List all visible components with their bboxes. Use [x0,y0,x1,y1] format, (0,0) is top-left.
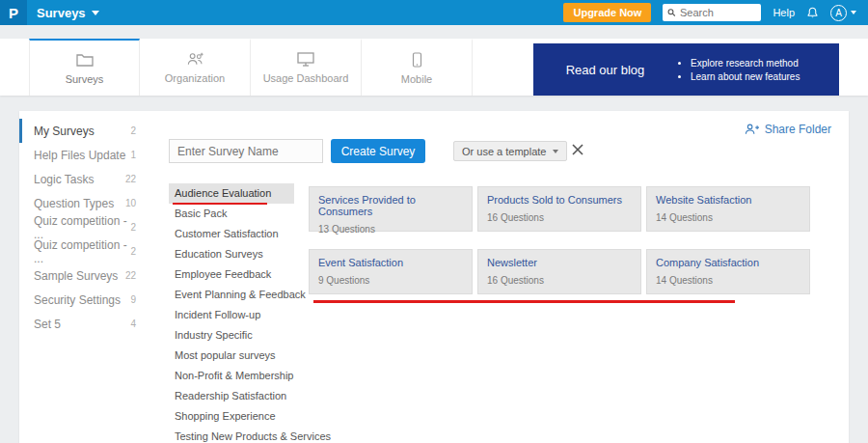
folder-count: 9 [130,294,136,305]
template-title: Company Satisfaction [656,257,800,268]
template-card-event-satisfaction[interactable]: Event Satisfaction 9 Questions [309,249,473,294]
account-menu[interactable]: A [830,5,856,21]
category-label: Event Planning & Feedback [175,289,306,300]
category-label: Education Surveys [175,248,263,260]
sidebar-item-quiz-competition-1[interactable]: Quiz competition - ... 2 [19,215,148,239]
tab-surveys[interactable]: Surveys [29,39,140,96]
sidebar-item-sample-surveys[interactable]: Sample Surveys 22 [19,263,148,288]
category-label: Industry Specific [175,329,253,341]
folder-name: Logic Tasks [34,173,94,186]
folder-count: 4 [130,318,136,329]
category-shopping-experience[interactable]: Shopping Experience [169,406,294,427]
folder-name: Set 5 [34,318,61,331]
folder-count: 2 [130,125,136,136]
folder-name: My Surveys [34,125,95,138]
category-event-planning-feedback[interactable]: Event Planning & Feedback [169,285,294,305]
template-question-count: 14 Questions [656,212,800,223]
category-employee-feedback[interactable]: Employee Feedback [169,264,294,285]
template-dropdown-label: Or use a template [462,146,546,157]
folder-name: Sample Surveys [34,269,118,283]
template-question-count: 14 Questions [656,275,800,286]
template-title: Products Sold to Consumers [487,194,632,206]
category-label: Non-Profit & Membership [175,370,294,381]
category-incident-follow-up[interactable]: Incident Follow-up [169,305,294,325]
tab-label: Mobile [401,73,432,85]
sidebar-item-my-surveys[interactable]: My Surveys 2 [19,119,148,143]
app-logo[interactable]: P [0,0,27,25]
category-most-popular-surveys[interactable]: Most popular surveys [169,346,294,366]
folder-name: Quiz competition - ... [34,214,130,241]
person-plus-icon [745,124,759,135]
tab-organization[interactable]: Organization [140,39,251,96]
folder-count: 22 [125,270,136,281]
topbar-right: Upgrade Now Help A [563,3,868,22]
template-card-company-satisfaction[interactable]: Company Satisfaction 14 Questions [646,249,810,294]
sidebar-item-quiz-competition-2[interactable]: Quiz competition - ... 2 [19,239,148,263]
category-industry-specific[interactable]: Industry Specific [169,325,294,346]
survey-name-input[interactable] [169,139,323,163]
category-education-surveys[interactable]: Education Surveys [169,244,294,264]
folder-name: Help Files Update [34,149,125,162]
template-question-count: 13 Questions [318,224,463,235]
tab-label: Surveys [66,73,104,85]
app-switcher[interactable]: Surveys [37,6,99,20]
folder-name: Security Settings [34,293,121,307]
category-label: Basic Pack [175,208,227,219]
template-card-products-sold-to-consumers[interactable]: Products Sold to Consumers 16 Questions [477,186,641,232]
template-title: Newsletter [487,257,632,268]
template-card-newsletter[interactable]: Newsletter 16 Questions [477,249,641,294]
tab-label: Usage Dashboard [263,72,349,84]
upgrade-now-button[interactable]: Upgrade Now [563,3,651,22]
category-label: Customer Satisfaction [175,228,279,239]
search-input[interactable] [680,7,756,18]
monitor-icon [297,52,314,67]
search-box[interactable] [663,4,761,21]
template-grid: Services Provided to Consumers 13 Questi… [309,186,810,294]
sidebar-item-help-files-update[interactable]: Help Files Update 1 [19,143,148,167]
folder-sidebar: My Surveys 2 Help Files Update 1 Logic T… [19,119,148,336]
chevron-down-icon [553,150,558,153]
category-readership-satisfaction[interactable]: Readership Satisfaction [169,386,294,406]
app-title-label: Surveys [37,6,86,20]
blog-bullet: Learn about new features [691,71,800,82]
category-basic-pack[interactable]: Basic Pack [169,204,294,224]
category-label: Shopping Experience [175,410,276,422]
sidebar-item-logic-tasks[interactable]: Logic Tasks 22 [19,167,148,191]
tab-usage-dashboard[interactable]: Usage Dashboard [251,39,362,96]
template-dropdown[interactable]: Or use a template [453,141,567,161]
blog-banner[interactable]: Read our blog Explore research method Le… [533,43,839,96]
category-label: Readership Satisfaction [175,390,286,401]
folder-count: 22 [125,174,136,184]
folder-count: 2 [130,246,136,257]
template-card-website-satisfaction[interactable]: Website Satisfaction 14 Questions [646,186,810,232]
tab-mobile[interactable]: Mobile [362,39,473,96]
chevron-down-icon [92,11,99,15]
category-non-profit-membership[interactable]: Non-Profit & Membership [169,366,294,386]
folder-icon [76,52,94,68]
share-folder-button[interactable]: Share Folder [745,123,831,136]
create-survey-button[interactable]: Create Survey [331,139,425,163]
share-folder-label: Share Folder [765,123,831,136]
sidebar-item-set-5[interactable]: Set 5 4 [19,312,148,336]
logo-letter: P [9,5,18,21]
category-customer-satisfaction[interactable]: Customer Satisfaction [169,224,294,244]
tab-label: Organization [165,72,225,84]
sidebar-item-question-types[interactable]: Question Types 10 [19,191,148,215]
folder-name: Question Types [34,197,114,210]
category-testing-new-products-services[interactable]: Testing New Products & Services [169,427,294,443]
template-card-services-provided-to-consumers[interactable]: Services Provided to Consumers 13 Questi… [309,186,473,232]
mobile-icon [412,52,422,68]
folder-count: 1 [130,150,136,160]
category-audience-evaluation[interactable]: Audience Evaluation [169,183,294,204]
help-link[interactable]: Help [773,7,795,18]
sidebar-item-security-settings[interactable]: Security Settings 9 [19,288,148,312]
template-title: Services Provided to Consumers [318,194,463,217]
template-question-count: 16 Questions [487,275,632,286]
category-label: Most popular surveys [175,349,276,361]
category-label: Audience Evaluation [175,187,271,199]
template-question-count: 16 Questions [487,212,632,223]
close-icon[interactable] [571,143,584,156]
notification-bell-icon[interactable] [806,7,819,19]
annotation-red-line [313,300,735,303]
blog-bullet: Explore research method [691,58,800,69]
